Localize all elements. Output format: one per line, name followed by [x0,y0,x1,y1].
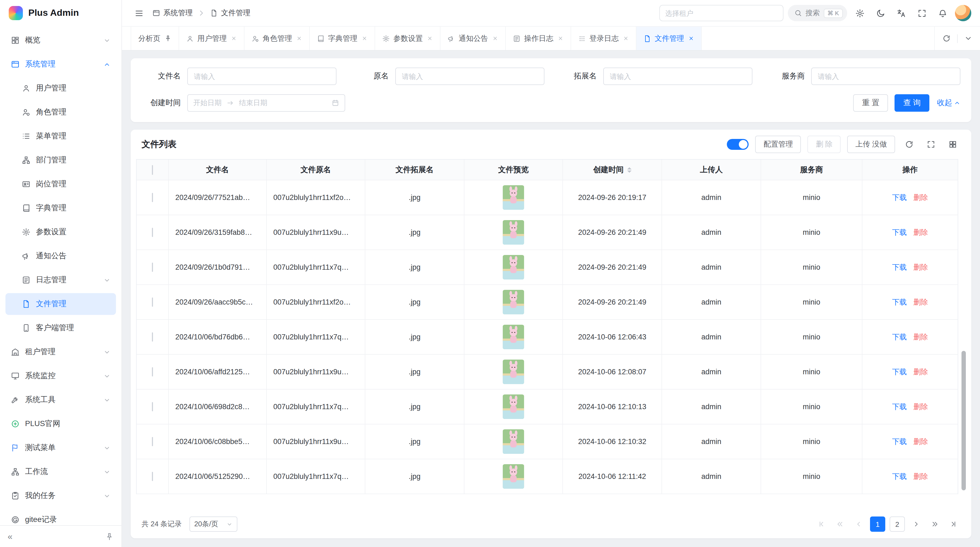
collapse-filter-link[interactable]: 收起 [937,98,960,108]
page-1-button[interactable]: 1 [870,517,885,532]
sidebar-item-user-mgmt[interactable]: 用户管理 [5,77,116,99]
tab-dict-mgmt[interactable]: 字典管理 [310,27,375,50]
delete-link[interactable]: 删除 [913,193,928,203]
close-icon[interactable] [557,35,563,41]
user-avatar[interactable] [955,5,971,21]
sidebar-collapse-button[interactable]: « [8,532,13,541]
tab-param-settings[interactable]: 参数设置 [375,27,440,50]
delete-link[interactable]: 删除 [913,402,928,411]
download-link[interactable]: 下载 [892,437,907,447]
config-mgmt-button[interactable]: 配置管理 [756,136,801,153]
sidebar-item-file-mgmt[interactable]: 文件管理 [5,293,116,315]
download-link[interactable]: 下载 [892,367,907,377]
file-thumbnail[interactable] [503,429,524,454]
page-2-button[interactable]: 2 [889,517,905,532]
row-checkbox[interactable] [152,332,153,341]
pin-icon[interactable] [105,532,114,541]
select-all-checkbox[interactable] [152,165,153,175]
file-thumbnail[interactable] [503,255,524,279]
last-page-button[interactable] [946,517,960,531]
sidebar-item-menu-mgmt[interactable]: 菜单管理 [5,125,116,147]
jump-forward-button[interactable] [928,517,942,531]
sidebar-item-dict-mgmt[interactable]: 字典管理 [5,197,116,219]
delete-link[interactable]: 删除 [913,262,928,272]
extension-input[interactable] [603,67,752,85]
download-link[interactable]: 下载 [892,228,907,237]
delete-button[interactable]: 删 除 [808,136,841,153]
pin-icon[interactable] [164,35,171,42]
filename-input[interactable] [187,67,336,85]
row-checkbox[interactable] [152,472,153,481]
sidebar-item-system-tools[interactable]: 系统工具 [5,389,116,411]
close-icon[interactable] [492,35,498,41]
tab-operation-log[interactable]: 操作日志 [506,27,571,50]
row-checkbox[interactable] [152,228,153,237]
sidebar-item-overview[interactable]: 概览 [5,29,116,51]
sidebar-item-plus-site[interactable]: PLUS官网 [5,413,116,435]
table-border-toggle[interactable] [727,139,749,150]
sidebar-item-log-mgmt[interactable]: 日志管理 [5,269,116,291]
sidebar-item-client-mgmt[interactable]: 客户端管理 [5,317,116,339]
delete-link[interactable]: 删除 [913,332,928,342]
upload-button[interactable]: 上传 没做 [847,136,895,153]
tenant-select[interactable] [659,5,783,21]
sidebar-item-notice[interactable]: 通知公告 [5,245,116,267]
row-checkbox[interactable] [152,402,153,411]
breadcrumb-system-mgmt[interactable]: 系统管理 [153,8,193,18]
table-scrollbar-thumb[interactable] [961,351,966,490]
reset-button[interactable]: 重 置 [853,94,888,112]
delete-link[interactable]: 删除 [913,472,928,482]
download-link[interactable]: 下载 [892,193,907,203]
settings-gear-icon[interactable] [851,5,868,21]
sidebar-item-dept-mgmt[interactable]: 部门管理 [5,149,116,171]
first-page-button[interactable] [815,517,829,531]
close-icon[interactable] [296,35,302,41]
sidebar-item-my-tasks[interactable]: 我的任务 [5,485,116,507]
refresh-icon[interactable] [942,34,951,43]
global-search-button[interactable]: 搜索 ⌘ K [788,5,847,21]
download-link[interactable]: 下载 [892,262,907,272]
prev-page-button[interactable] [851,517,865,531]
page-size-select[interactable]: 20条/页 [189,517,237,532]
row-checkbox[interactable] [152,193,153,202]
sidebar-item-tenant-mgmt[interactable]: 租户管理 [5,341,116,363]
close-icon[interactable] [361,35,367,41]
jump-back-button[interactable] [833,517,847,531]
row-checkbox[interactable] [152,263,153,272]
column-settings-icon[interactable] [945,137,960,152]
download-link[interactable]: 下载 [892,402,907,411]
tab-user-mgmt[interactable]: 用户管理 [179,27,244,50]
file-thumbnail[interactable] [503,290,524,314]
download-link[interactable]: 下载 [892,297,907,307]
delete-link[interactable]: 删除 [913,437,928,447]
row-checkbox[interactable] [152,437,153,446]
sidebar-item-system-monitor[interactable]: 系统监控 [5,365,116,387]
sort-carets-icon[interactable] [627,167,631,173]
tab-analysis[interactable]: 分析页 [130,27,179,50]
sidebar-item-system-mgmt[interactable]: 系统管理 [5,53,116,75]
delete-link[interactable]: 删除 [913,297,928,307]
close-icon[interactable] [688,35,694,41]
file-thumbnail[interactable] [503,464,524,489]
delete-link[interactable]: 删除 [913,228,928,237]
language-translate-icon[interactable] [893,5,909,21]
row-checkbox[interactable] [152,297,153,307]
sidebar-item-role-mgmt[interactable]: 角色管理 [5,101,116,123]
fullscreen-icon[interactable] [913,5,930,21]
download-link[interactable]: 下载 [892,332,907,342]
row-checkbox[interactable] [152,367,153,376]
refresh-table-icon[interactable] [902,137,917,152]
original-name-input[interactable] [395,67,544,85]
tab-file-mgmt[interactable]: 文件管理 [636,27,702,50]
download-link[interactable]: 下载 [892,472,907,482]
query-button[interactable]: 查 询 [894,94,929,112]
sidebar-item-gitee-log[interactable]: gitee记录 [5,509,116,525]
close-icon[interactable] [231,35,237,41]
sidebar-item-post-mgmt[interactable]: 岗位管理 [5,173,116,195]
notifications-bell-icon[interactable] [934,5,951,21]
sidebar-item-test-menu[interactable]: 测试菜单 [5,437,116,459]
breadcrumb-file-mgmt[interactable]: 文件管理 [210,8,250,18]
file-thumbnail[interactable] [503,394,524,419]
tab-login-log[interactable]: 登录日志 [571,27,636,50]
date-range-picker[interactable]: 开始日期 结束日期 [187,94,345,112]
